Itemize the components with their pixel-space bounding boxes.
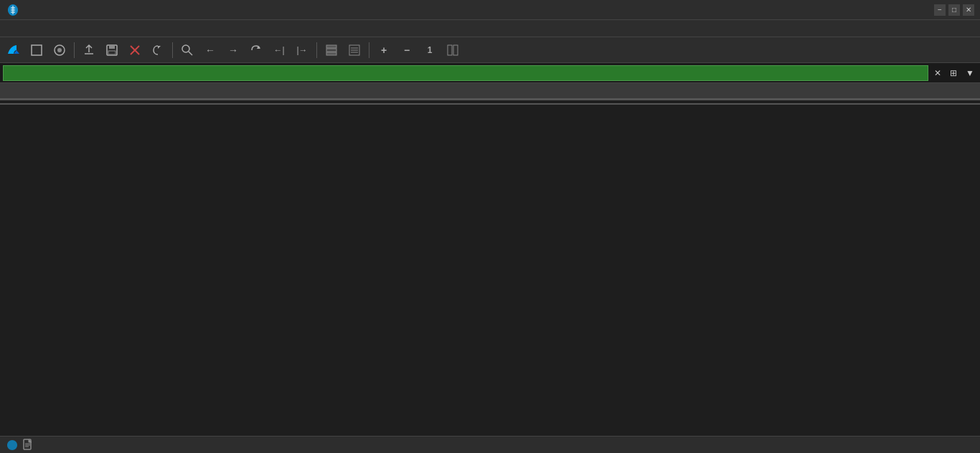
toolbar: ← → ←| |→ + − 1 (0, 37, 980, 63)
forward-arrow-icon: → (228, 44, 238, 56)
wireshark-small-icon (6, 439, 19, 452)
autoscroll-button[interactable] (344, 40, 365, 60)
save-icon (105, 44, 118, 57)
svg-rect-12 (326, 52, 336, 55)
goto-icon (250, 44, 263, 57)
close-button[interactable]: ✕ (963, 4, 974, 16)
close-file-button[interactable] (124, 40, 146, 60)
minimize-button[interactable]: − (934, 4, 946, 16)
open-file-button[interactable] (78, 40, 100, 60)
circle-icon (53, 44, 66, 57)
plus-icon: + (381, 44, 387, 56)
resize-columns-button[interactable] (442, 40, 463, 60)
svg-rect-17 (448, 45, 452, 55)
toolbar-separator-2 (172, 42, 173, 58)
svg-rect-0 (32, 45, 42, 55)
goto-button[interactable] (245, 40, 267, 60)
find-button[interactable] (176, 40, 198, 60)
window-controls: − □ ✕ (934, 4, 974, 16)
minus-icon: − (404, 44, 410, 56)
stop-icon (30, 44, 43, 57)
svg-rect-10 (326, 45, 336, 48)
zoom-in-button[interactable]: + (373, 40, 395, 60)
svg-rect-11 (326, 49, 336, 52)
toolbar-separator-3 (316, 42, 317, 58)
wireshark-logo-icon (6, 3, 20, 17)
reload-button[interactable] (147, 40, 169, 60)
resize-icon (446, 44, 459, 57)
filter-input-wrapper (3, 65, 928, 81)
reload-icon (151, 44, 164, 57)
filter-dropdown-button[interactable]: ▼ (963, 65, 977, 81)
file-icon (22, 439, 34, 452)
packet-list (0, 83, 980, 100)
status-bar (0, 436, 980, 453)
svg-rect-18 (453, 45, 458, 55)
maximize-button[interactable]: □ (948, 4, 960, 16)
svg-point-8 (182, 45, 189, 52)
close-file-icon (128, 44, 141, 57)
packet-list-header (0, 83, 980, 99)
svg-rect-4 (109, 45, 115, 49)
autoscroll-icon (348, 44, 361, 57)
toolbar-separator-1 (74, 42, 75, 58)
next-arrow-icon: |→ (296, 45, 307, 55)
one-icon: 1 (428, 45, 433, 55)
forward-button[interactable]: → (222, 40, 244, 60)
stop-capture-button[interactable] (26, 40, 47, 60)
capture-options-button[interactable] (49, 40, 70, 60)
find-icon (181, 44, 194, 57)
toolbar-separator-4 (369, 42, 369, 58)
upload-icon (83, 44, 95, 57)
prev-arrow-icon: ←| (273, 45, 284, 55)
filter-input[interactable] (4, 68, 928, 78)
colorize-icon (325, 44, 338, 57)
filter-clear-button[interactable]: ✕ (931, 65, 944, 81)
zoom-out-button[interactable]: − (396, 40, 418, 60)
svg-point-2 (57, 48, 62, 52)
status-left (6, 439, 40, 452)
colorize-button[interactable] (321, 40, 342, 60)
filter-bookmark-button[interactable]: ⊞ (947, 65, 960, 81)
title-bar: − □ ✕ (0, 0, 980, 20)
svg-line-9 (189, 52, 192, 55)
shark-fin-icon (6, 43, 21, 57)
next-packet-button[interactable]: |→ (291, 40, 313, 60)
status-icons (6, 439, 34, 452)
back-button[interactable]: ← (199, 40, 221, 60)
menu-bar (0, 20, 980, 37)
prev-packet-button[interactable]: ←| (268, 40, 290, 60)
save-button[interactable] (101, 40, 123, 60)
shark-fin-button[interactable] (3, 40, 24, 60)
back-arrow-icon: ← (205, 44, 215, 56)
hex-dump (0, 105, 980, 110)
svg-rect-5 (108, 51, 116, 54)
title-logo (6, 3, 20, 17)
filter-bar: ✕ ⊞ ▼ (0, 63, 980, 83)
zoom-normal-button[interactable]: 1 (419, 40, 440, 60)
